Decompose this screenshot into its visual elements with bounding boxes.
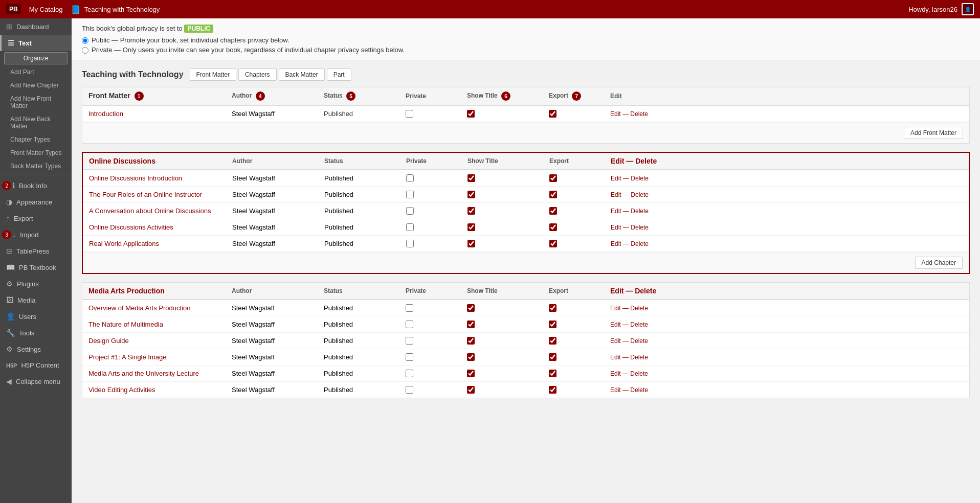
chapter-link-introduction[interactable]: Introduction (88, 110, 123, 118)
sidebar-item-add-part[interactable]: Add Part (0, 65, 72, 79)
export-design-guide[interactable] (549, 337, 610, 345)
export-cb-university-lecture[interactable] (549, 370, 556, 377)
show-title-cb-design-guide[interactable] (467, 337, 475, 345)
radio-private-input[interactable] (82, 47, 88, 54)
export-cb-real-world[interactable] (549, 240, 557, 247)
sidebar-item-collapse[interactable]: ◀ Collapse menu (0, 373, 72, 390)
show-title-real-world[interactable] (467, 240, 549, 247)
show-title-cb-od-activities[interactable] (467, 223, 475, 231)
sidebar-item-tools[interactable]: 🔧 Tools (0, 325, 72, 341)
show-title-design-guide[interactable] (467, 337, 549, 345)
show-title-cb-overview[interactable] (467, 304, 475, 312)
show-title-multimedia[interactable] (467, 321, 549, 328)
tab-back-matter[interactable]: Back Matter (279, 68, 325, 81)
delete-od-activities[interactable]: Delete (631, 224, 649, 231)
private-introduction[interactable] (406, 110, 467, 118)
export-cb-four-roles[interactable] (549, 191, 557, 198)
export-video-editing[interactable] (549, 386, 610, 394)
chapter-link-od-intro[interactable]: Online Discussions Introduction (89, 174, 182, 182)
show-title-od-intro[interactable] (467, 174, 549, 182)
add-chapter-button-1[interactable]: Add Chapter (915, 257, 963, 269)
sidebar-item-pb-textbook[interactable]: 📖 PB Textbook (0, 259, 72, 276)
sidebar-item-dashboard[interactable]: ⊞ Dashboard (0, 18, 72, 35)
delete-multimedia[interactable]: Delete (630, 321, 648, 328)
sidebar-item-add-front[interactable]: Add New Front Matter (0, 92, 72, 112)
edit-single-image[interactable]: Edit (610, 354, 621, 361)
export-four-roles[interactable] (549, 191, 611, 198)
private-cb-single-image[interactable] (406, 353, 413, 361)
chapter-link-overview[interactable]: Overview of Media Arts Production (88, 304, 190, 312)
sidebar-item-plugins[interactable]: ⚙ Plugins (0, 276, 72, 292)
sidebar-item-h5p[interactable]: H5P H5P Content (0, 357, 72, 373)
tab-front-matter[interactable]: Front Matter (190, 68, 236, 81)
private-cb-four-roles[interactable] (406, 191, 414, 198)
sidebar-item-chapter-types[interactable]: Chapter Types (0, 133, 72, 146)
edit-design-guide[interactable]: Edit (610, 337, 621, 345)
sidebar-item-import[interactable]: 3 ↓ Import (0, 226, 72, 243)
delete-single-image[interactable]: Delete (630, 354, 648, 361)
edit-overview[interactable]: Edit (610, 305, 621, 312)
chapter-link-real-world[interactable]: Real World Applications (89, 240, 159, 247)
private-cb-university-lecture[interactable] (406, 370, 413, 377)
private-multimedia[interactable] (406, 321, 467, 328)
private-checkbox-introduction[interactable] (406, 110, 413, 118)
private-single-image[interactable] (406, 353, 467, 361)
edit-real-world[interactable]: Edit (611, 240, 621, 247)
show-title-cb-four-roles[interactable] (467, 191, 475, 198)
sidebar-item-front-types[interactable]: Front Matter Types (0, 146, 72, 159)
sidebar-item-export[interactable]: ↑ Export (0, 210, 72, 226)
sidebar-item-settings[interactable]: ⚙ Settings (0, 341, 72, 357)
delete-real-world[interactable]: Delete (631, 240, 649, 247)
private-od-activities[interactable] (406, 223, 467, 231)
sidebar-item-users[interactable]: 👤 Users (0, 308, 72, 325)
export-overview[interactable] (549, 304, 610, 312)
export-introduction[interactable] (549, 110, 610, 118)
private-cb-od-activities[interactable] (406, 223, 414, 231)
export-cb-design-guide[interactable] (549, 337, 556, 345)
export-cb-od-activities[interactable] (549, 223, 557, 231)
edit-video-editing[interactable]: Edit (610, 386, 621, 394)
private-cb-overview[interactable] (406, 304, 413, 312)
export-od-intro[interactable] (549, 174, 611, 182)
private-university-lecture[interactable] (406, 370, 467, 377)
chapter-link-design-guide[interactable]: Design Guide (88, 337, 129, 345)
tab-part[interactable]: Part (327, 68, 351, 81)
private-cb-conversation[interactable] (406, 207, 414, 215)
export-cb-conversation[interactable] (549, 207, 557, 215)
export-cb-multimedia[interactable] (549, 321, 556, 328)
private-cb-real-world[interactable] (406, 240, 414, 247)
delete-od-intro[interactable]: Delete (631, 175, 649, 182)
delete-four-roles[interactable]: Delete (631, 191, 649, 198)
delete-university-lecture[interactable]: Delete (630, 370, 648, 377)
show-title-single-image[interactable] (467, 353, 549, 361)
sidebar-item-tablepress[interactable]: ⊟ TablePress (0, 243, 72, 259)
private-design-guide[interactable] (406, 337, 467, 345)
delete-link-introduction[interactable]: Delete (630, 110, 648, 118)
private-cb-video-editing[interactable] (406, 386, 413, 394)
edit-link-introduction[interactable]: Edit (610, 110, 621, 118)
show-title-cb-single-image[interactable] (467, 353, 475, 361)
show-title-checkbox-introduction[interactable] (467, 110, 475, 118)
show-title-cb-university-lecture[interactable] (467, 370, 475, 377)
export-cb-od-intro[interactable] (549, 174, 557, 182)
edit-university-lecture[interactable]: Edit (610, 370, 621, 377)
private-video-editing[interactable] (406, 386, 467, 394)
private-od-intro[interactable] (406, 174, 467, 182)
show-title-cb-video-editing[interactable] (467, 386, 475, 394)
add-front-matter-button[interactable]: Add Front Matter (904, 127, 963, 139)
edit-conversation[interactable]: Edit (611, 208, 621, 215)
sidebar-item-appearance[interactable]: ◑ Appearance (0, 194, 72, 210)
sidebar-item-book-info[interactable]: 2 ℹ Book Info (0, 177, 72, 194)
private-overview[interactable] (406, 304, 467, 312)
export-real-world[interactable] (549, 240, 611, 247)
delete-design-guide[interactable]: Delete (630, 337, 648, 345)
edit-four-roles[interactable]: Edit (611, 191, 621, 198)
show-title-university-lecture[interactable] (467, 370, 549, 377)
radio-public[interactable]: Public — Promote your book, set individu… (82, 36, 970, 44)
organize-button[interactable]: Organize (4, 52, 68, 64)
export-university-lecture[interactable] (549, 370, 610, 377)
sidebar-item-text[interactable]: ☰ Text (0, 35, 72, 51)
show-title-overview[interactable] (467, 304, 549, 312)
export-single-image[interactable] (549, 353, 610, 361)
chapter-link-conversation[interactable]: A Conversation about Online Discussions (89, 207, 211, 215)
